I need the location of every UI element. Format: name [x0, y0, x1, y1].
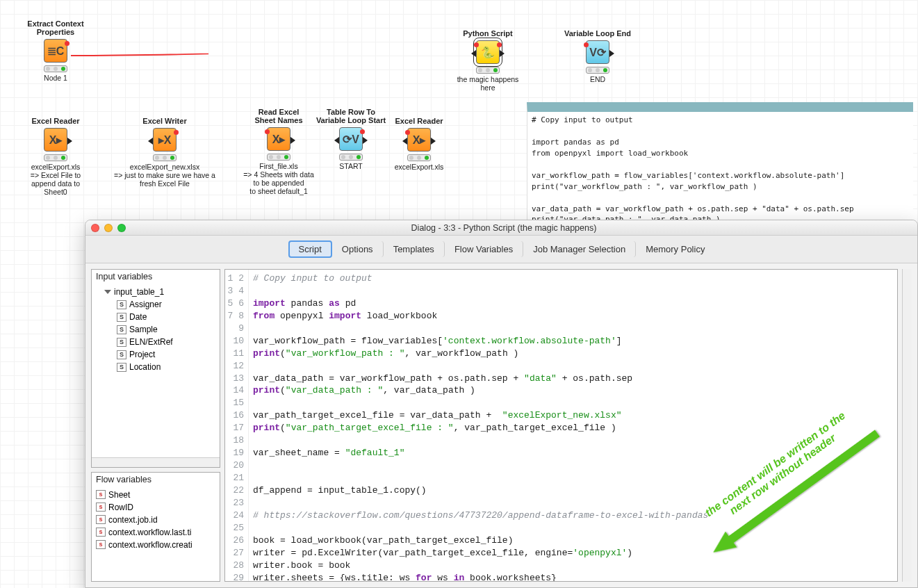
type-badge-icon: [117, 325, 126, 334]
node-excel-writer[interactable]: Excel Writer ▸X excelExport_new.xlsx=> j…: [113, 117, 217, 188]
tree-item-label: Date: [129, 311, 147, 323]
traffic-light: [586, 67, 609, 74]
tree-item[interactable]: sRowID: [96, 501, 217, 514]
code-pane[interactable]: # Copy input to output import pandas as …: [249, 270, 897, 581]
node-sub: excelExport.xls: [367, 163, 471, 171]
tab-options[interactable]: Options: [332, 241, 384, 257]
tree-item-label: context.job.id: [108, 514, 158, 526]
traffic-light: [44, 65, 67, 72]
node-title: Excel Writer: [113, 117, 217, 125]
traffic-light: [476, 67, 500, 74]
h-scrollbar[interactable]: [92, 457, 220, 467]
node-sub: END: [546, 75, 650, 83]
type-badge-icon: [117, 313, 126, 322]
node-excel-reader-1[interactable]: Excel Reader X▸ excelExport.xls=> Excel …: [3, 117, 108, 196]
flow-variables-panel: Flow variables sSheetsRowIDscontext.job.…: [91, 472, 220, 582]
node-title: Extract ContextProperties: [3, 19, 108, 36]
type-badge-icon: [117, 363, 126, 372]
input-variables-panel: Input variables input_table_1 AssignerDa…: [91, 269, 220, 468]
tree-item[interactable]: Assigner: [96, 298, 217, 311]
tree-root[interactable]: input_table_1: [96, 286, 217, 298]
tree-item-label: RowID: [108, 501, 133, 514]
type-badge-icon: s: [96, 490, 106, 499]
panel-title: Input variables: [92, 270, 220, 284]
v-scrollbar[interactable]: [902, 269, 912, 582]
input-tree[interactable]: input_table_1 AssignerDateSampleELN/ExtR…: [92, 284, 220, 457]
dialog-title: Dialog - 3:3 - Python Script (the magic …: [96, 223, 912, 233]
tab-memory-policy[interactable]: Memory Policy: [636, 241, 714, 257]
tree-item[interactable]: scontext.workflow.last.ti: [96, 526, 217, 539]
node-icon: 🐍: [476, 40, 500, 64]
disclosure-icon[interactable]: [104, 290, 111, 294]
type-badge-icon: s: [96, 540, 106, 549]
tree-item[interactable]: scontext.workflow.creati: [96, 539, 217, 551]
node-icon: ≣C: [44, 39, 67, 63]
tree-item[interactable]: scontext.job.id: [96, 514, 217, 526]
tree-item-label: context.workflow.creati: [108, 539, 192, 551]
tab-job-manager[interactable]: Job Manager Selection: [523, 241, 636, 257]
tree-item[interactable]: sSheet: [96, 489, 217, 501]
tab-flow-variables[interactable]: Flow Variables: [445, 241, 523, 257]
tree-item-label: Assigner: [129, 298, 162, 311]
traffic-light: [44, 154, 67, 161]
node-icon: ▸X: [153, 128, 177, 152]
traffic-light: [407, 154, 431, 161]
node-icon: V⟳: [586, 40, 609, 64]
tree-item-label: Sample: [129, 323, 158, 336]
tree-item-label: ELN/ExtRef: [129, 336, 173, 348]
traffic-light: [267, 154, 290, 161]
node-tooltip-code: # Copy input to outputimport pandas as p…: [527, 102, 913, 220]
tree-item[interactable]: ELN/ExtRef: [96, 336, 217, 348]
code-editor[interactable]: 1 2 3 4 5 6 7 8 9 10 11 12 13 14 15 16 1…: [224, 269, 898, 582]
tree-item[interactable]: Date: [96, 311, 217, 323]
node-sub: excelExport_new.xlsx=> just to make sure…: [113, 163, 217, 188]
line-gutter: 1 2 3 4 5 6 7 8 9 10 11 12 13 14 15 16 1…: [225, 270, 249, 581]
tree-item-label: Project: [129, 348, 155, 361]
tree-item-label: context.workflow.last.ti: [108, 526, 191, 539]
dialog-tabs: Script Options Templates Flow Variables …: [85, 236, 917, 263]
node-sub: the magic happenshere: [436, 75, 540, 92]
traffic-light: [339, 154, 363, 161]
type-badge-icon: s: [96, 503, 106, 512]
tooltip-text: # Copy input to outputimport pandas as p…: [532, 115, 909, 220]
node-title: Excel Reader: [3, 117, 108, 125]
side-column: Input variables input_table_1 AssignerDa…: [91, 269, 220, 582]
node-title: Excel Reader: [367, 117, 471, 125]
node-icon: ⟳V: [339, 127, 363, 151]
tree-item[interactable]: Project: [96, 348, 217, 361]
type-badge-icon: s: [96, 528, 106, 537]
dialog-body: Input variables input_table_1 AssignerDa…: [85, 263, 917, 587]
node-python-script[interactable]: Python Script 🐍 the magic happenshere: [436, 29, 540, 92]
node-icon: X▸: [267, 127, 290, 151]
type-badge-icon: [117, 338, 126, 347]
node-loop-end[interactable]: Variable Loop End V⟳ END: [546, 29, 650, 83]
node-sub: excelExport.xls=> Excel File toappend da…: [3, 163, 108, 196]
node-icon: X▸: [44, 128, 67, 152]
panel-title: Flow variables: [92, 473, 220, 487]
node-icon: X▸: [407, 128, 431, 152]
tab-templates[interactable]: Templates: [384, 241, 445, 257]
tree-item[interactable]: Location: [96, 361, 217, 373]
node-extract-context[interactable]: Extract ContextProperties ≣C Node 1: [3, 19, 108, 82]
tree-item[interactable]: Sample: [96, 323, 217, 336]
tree-root-label: input_table_1: [114, 286, 164, 298]
node-excel-reader-2[interactable]: Excel Reader X▸ excelExport.xls: [367, 117, 471, 171]
traffic-light: [153, 154, 177, 161]
node-title: Python Script: [436, 29, 540, 38]
python-script-dialog[interactable]: Dialog - 3:3 - Python Script (the magic …: [85, 220, 918, 588]
type-badge-icon: [117, 300, 126, 309]
flow-tree[interactable]: sSheetsRowIDscontext.job.idscontext.work…: [92, 487, 220, 581]
node-title: Variable Loop End: [546, 29, 650, 38]
dialog-titlebar[interactable]: Dialog - 3:3 - Python Script (the magic …: [85, 220, 917, 236]
node-sub: Node 1: [3, 74, 108, 82]
type-badge-icon: [117, 350, 126, 359]
tree-item-label: Sheet: [108, 489, 130, 501]
type-badge-icon: s: [96, 515, 106, 524]
tab-script[interactable]: Script: [288, 240, 332, 258]
tree-item-label: Location: [129, 361, 161, 373]
